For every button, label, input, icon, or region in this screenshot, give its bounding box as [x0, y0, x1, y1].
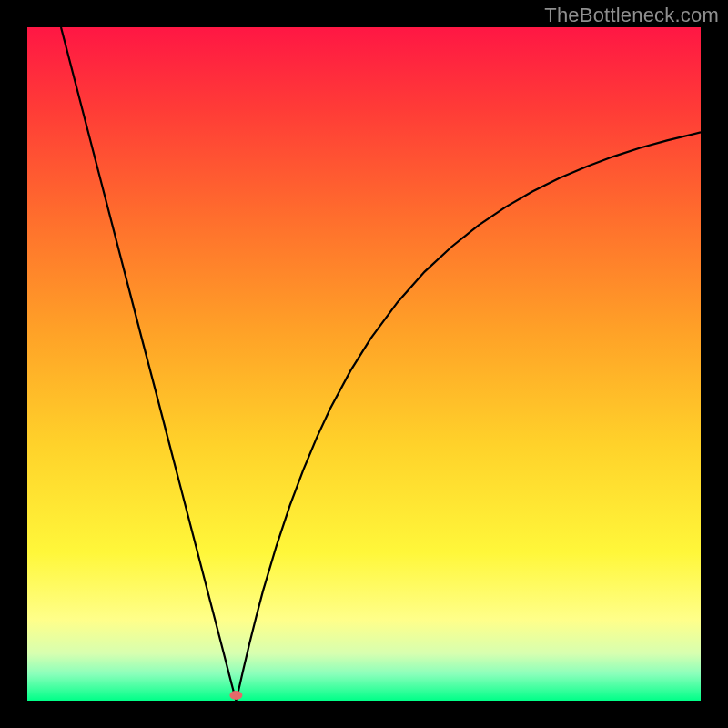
plot-area: [27, 27, 701, 701]
chart-svg: [27, 27, 701, 701]
optimal-point-marker: [229, 691, 242, 700]
chart-frame: TheBottleneck.com: [0, 0, 728, 728]
gradient-background: [27, 27, 701, 701]
watermark-text: TheBottleneck.com: [544, 4, 719, 27]
